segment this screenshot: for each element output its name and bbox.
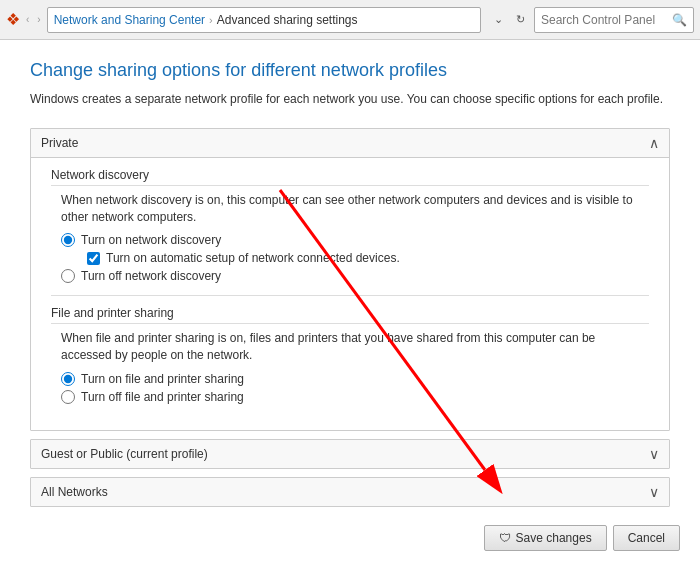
section-all-networks-chevron: ∨ [649,485,659,499]
forward-arrow[interactable]: › [35,14,42,25]
refresh-btn[interactable]: ↻ [511,10,530,29]
back-arrow[interactable]: ‹ [24,14,31,25]
fps-on-option[interactable]: Turn on file and printer sharing [61,372,649,386]
save-label: Save changes [516,531,592,545]
nd-off-radio[interactable] [61,269,75,283]
network-discovery-options: Turn on network discovery Turn on automa… [61,233,649,283]
section-guest-public-title: Guest or Public (current profile) [41,447,208,461]
breadcrumb-actions: ⌄ ↻ [489,10,530,29]
breadcrumb-current: Advanced sharing settings [217,13,358,27]
shield-icon: 🛡 [499,531,511,545]
cancel-button[interactable]: Cancel [613,525,680,551]
titlebar: ❖ ‹ › Network and Sharing Center › Advan… [0,0,700,40]
page-description: Windows creates a separate network profi… [30,91,670,108]
section-private-header[interactable]: Private ∧ [31,129,669,158]
main-content: Change sharing options for different net… [0,40,700,567]
breadcrumb-separator: › [209,14,213,26]
fps-on-radio[interactable] [61,372,75,386]
dropdown-btn[interactable]: ⌄ [489,10,508,29]
windows-icon: ❖ [6,10,20,29]
subsection-network-discovery: Network discovery When network discovery… [51,168,649,284]
nd-off-option[interactable]: Turn off network discovery [61,269,649,283]
network-discovery-desc: When network discovery is on, this compu… [61,192,649,226]
network-discovery-title: Network discovery [51,168,649,186]
fps-off-label: Turn off file and printer sharing [81,390,244,404]
section-private: Private ∧ Network discovery When network… [30,128,670,431]
file-printer-desc: When file and printer sharing is on, fil… [61,330,649,364]
section-all-networks-title: All Networks [41,485,108,499]
bottom-bar: 🛡 Save changes Cancel [484,525,680,551]
section-all-networks: All Networks ∨ [30,477,670,507]
section-private-title: Private [41,136,78,150]
section-private-chevron: ∧ [649,136,659,150]
section-guest-public: Guest or Public (current profile) ∨ [30,439,670,469]
search-input[interactable] [541,13,668,27]
search-icon: 🔍 [672,13,687,27]
nd-auto-label: Turn on automatic setup of network conne… [106,251,400,265]
breadcrumb-home[interactable]: Network and Sharing Center [54,13,205,27]
file-printer-options: Turn on file and printer sharing Turn of… [61,372,649,404]
search-box[interactable]: 🔍 [534,7,694,33]
nd-auto-option[interactable]: Turn on automatic setup of network conne… [87,251,649,265]
nd-on-label: Turn on network discovery [81,233,221,247]
file-printer-title: File and printer sharing [51,306,649,324]
nd-auto-checkbox[interactable] [87,252,100,265]
fps-off-radio[interactable] [61,390,75,404]
page-title: Change sharing options for different net… [30,60,670,81]
section-guest-public-header[interactable]: Guest or Public (current profile) ∨ [31,440,669,468]
save-button[interactable]: 🛡 Save changes [484,525,607,551]
breadcrumb: Network and Sharing Center › Advanced sh… [47,7,481,33]
nd-off-label: Turn off network discovery [81,269,221,283]
nd-on-radio[interactable] [61,233,75,247]
fps-on-label: Turn on file and printer sharing [81,372,244,386]
fps-off-option[interactable]: Turn off file and printer sharing [61,390,649,404]
section-all-networks-header[interactable]: All Networks ∨ [31,478,669,506]
nd-on-option[interactable]: Turn on network discovery [61,233,649,247]
section-private-body: Network discovery When network discovery… [31,158,669,430]
subsection-file-printer: File and printer sharing When file and p… [51,306,649,404]
subsection-divider [51,295,649,296]
section-guest-public-chevron: ∨ [649,447,659,461]
